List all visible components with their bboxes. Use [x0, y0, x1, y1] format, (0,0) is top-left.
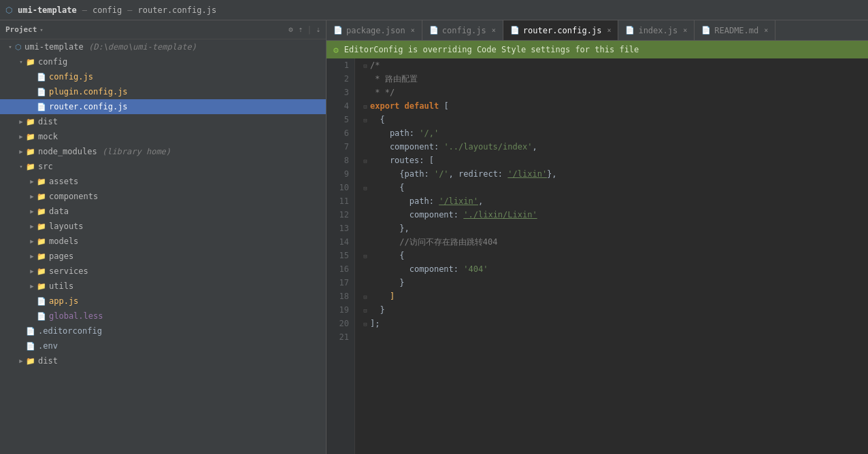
line-number: 9 [327, 167, 354, 181]
tree-label: .env [38, 341, 58, 351]
code-line: * */ [361, 86, 868, 99]
code-line: ⊟ { [361, 113, 868, 126]
tree-arrow-icon: ▶ [27, 283, 37, 290]
line-number: 3 [327, 86, 354, 99]
tab-close-icon[interactable]: × [764, 27, 768, 34]
tree-item[interactable]: ▶ 📁 mock [0, 129, 326, 144]
tree-item[interactable]: 📄 router.config.js [0, 99, 326, 114]
tree-file-icon: 📁 [26, 118, 35, 126]
tree-label: components [49, 192, 98, 201]
tab-icon: 📄 [510, 26, 520, 35]
tree-arrow-icon: ▶ [27, 238, 37, 245]
editor-tab-index-js[interactable]: 📄 index.js × [618, 20, 695, 40]
title-sep1: — [82, 5, 87, 15]
tree-arrow-icon: ▶ [16, 148, 26, 155]
tree-file-icon: 📄 [37, 312, 46, 321]
tree-item[interactable]: ▶ 📁 assets [0, 174, 326, 189]
line-number: 16 [327, 262, 354, 276]
sidebar-gear-icon[interactable]: ⚙ [288, 25, 293, 34]
tree-label: config [38, 57, 67, 67]
tree-label: dist [38, 356, 58, 366]
code-line: path: '/lixin', [361, 194, 868, 208]
tree-label: node_modules (library home) [38, 147, 171, 156]
code-area[interactable]: 123456789101112131415161718192021 ⊟/* * … [327, 58, 868, 454]
tab-close-icon[interactable]: × [492, 27, 496, 34]
sidebar-down-icon[interactable]: ⇣ [316, 25, 320, 34]
tree-item[interactable]: ▶ 📁 components [0, 189, 326, 204]
code-line: ⊟export default [ [361, 99, 868, 113]
tree-item[interactable]: ▶ 📁 dist [0, 353, 326, 368]
tab-icon: 📄 [333, 26, 343, 35]
editor-tab-package-json[interactable]: 📄 package.json × [327, 20, 422, 40]
tree-item[interactable]: ▶ 📁 models [0, 234, 326, 249]
tree-item[interactable]: ▶ 📁 node_modules (library home) [0, 144, 326, 159]
tree-item[interactable]: 📄 .env [0, 338, 326, 353]
tree-item[interactable]: ▶ 📁 dist [0, 114, 326, 129]
tree-label: app.js [49, 296, 78, 306]
tree-item[interactable]: ▶ 📁 layouts [0, 219, 326, 234]
tree-item[interactable]: ▾ ⬡ umi-template (D:\demo\umi-template) [0, 39, 326, 54]
tree-arrow-icon: ▶ [27, 178, 37, 185]
code-line [361, 330, 868, 344]
code-line: }, [361, 222, 868, 235]
tree-file-icon: 📄 [37, 297, 46, 306]
code-line: * 路由配置 [361, 72, 868, 86]
tree-file-icon: 📄 [37, 73, 46, 82]
tree-label: src [38, 162, 53, 171]
editor-tab-readme-md[interactable]: 📄 README.md × [695, 20, 775, 40]
tree-item[interactable]: 📄 plugin.config.js [0, 84, 326, 99]
line-number: 21 [327, 330, 354, 344]
tree-file-icon: 📁 [37, 282, 46, 291]
line-numbers: 123456789101112131415161718192021 [327, 58, 355, 454]
tab-label: config.js [442, 26, 486, 35]
line-number: 18 [327, 290, 354, 303]
tree-item[interactable]: 📄 .editorconfig [0, 324, 326, 338]
tree-label: services [49, 266, 88, 276]
editor-tab-router-config-js[interactable]: 📄 router.config.js × [503, 20, 619, 40]
tree-arrow-icon: ▶ [16, 118, 26, 125]
tree-item[interactable]: ▾ 📁 config [0, 54, 326, 69]
tree-arrow-icon: ▶ [27, 193, 37, 200]
code-line: {path: '/', redirect: '/lixin'}, [361, 167, 868, 181]
tree-file-icon: 📁 [37, 192, 46, 201]
line-number: 17 [327, 276, 354, 290]
line-number: 4 [327, 99, 354, 113]
tab-close-icon[interactable]: × [607, 27, 611, 34]
tree-item[interactable]: ▾ 📁 src [0, 159, 326, 174]
tree-arrow-icon: ▾ [5, 43, 15, 50]
tree-file-icon: 📁 [26, 147, 35, 156]
tree-item[interactable]: ▶ 📁 data [0, 204, 326, 219]
tree-item[interactable]: 📄 global.less [0, 309, 326, 324]
line-number: 15 [327, 249, 354, 262]
tab-close-icon[interactable]: × [411, 27, 415, 34]
tree-file-icon: 📁 [26, 162, 35, 171]
tree-file-icon: 📁 [37, 222, 46, 231]
title-app: umi-template [18, 5, 77, 15]
title-bar: ⬡ umi-template — config — router.config.… [0, 0, 868, 20]
code-line: path: '/,' [361, 126, 868, 140]
title-file: router.config.js [138, 5, 217, 15]
tree-label: .editorconfig [38, 326, 102, 336]
tree-arrow-icon: ▾ [16, 58, 26, 65]
tree-arrow-icon: ▶ [27, 223, 37, 230]
tree-file-icon: 📁 [37, 252, 46, 261]
tree-file-icon: 📁 [26, 357, 35, 366]
tree-item[interactable]: 📄 app.js [0, 294, 326, 309]
tree-item[interactable]: ▶ 📁 utils [0, 279, 326, 294]
tree-item[interactable]: ▶ 📁 services [0, 264, 326, 279]
code-line: component: '404' [361, 262, 868, 276]
tree-item[interactable]: ▶ 📁 pages [0, 249, 326, 264]
sidebar-divider: | [307, 25, 312, 35]
tree-arrow-icon: ▾ [16, 163, 26, 170]
sidebar-up-icon[interactable]: ⇡ [299, 25, 303, 34]
code-line: component: './lixin/Lixin' [361, 208, 868, 222]
tab-close-icon[interactable]: × [683, 27, 687, 34]
editor-tab-config-js[interactable]: 📄 config.js × [422, 20, 503, 40]
tab-label: index.js [638, 26, 678, 35]
tree-file-icon: 📁 [26, 58, 35, 67]
code-line: ⊟ } [361, 303, 868, 317]
tree-label: plugin.config.js [49, 87, 128, 97]
tree-label: layouts [49, 222, 84, 231]
tree-item[interactable]: 📄 config.js [0, 69, 326, 84]
editor-area: 📄 package.json × 📄 config.js × 📄 router.… [327, 20, 868, 454]
